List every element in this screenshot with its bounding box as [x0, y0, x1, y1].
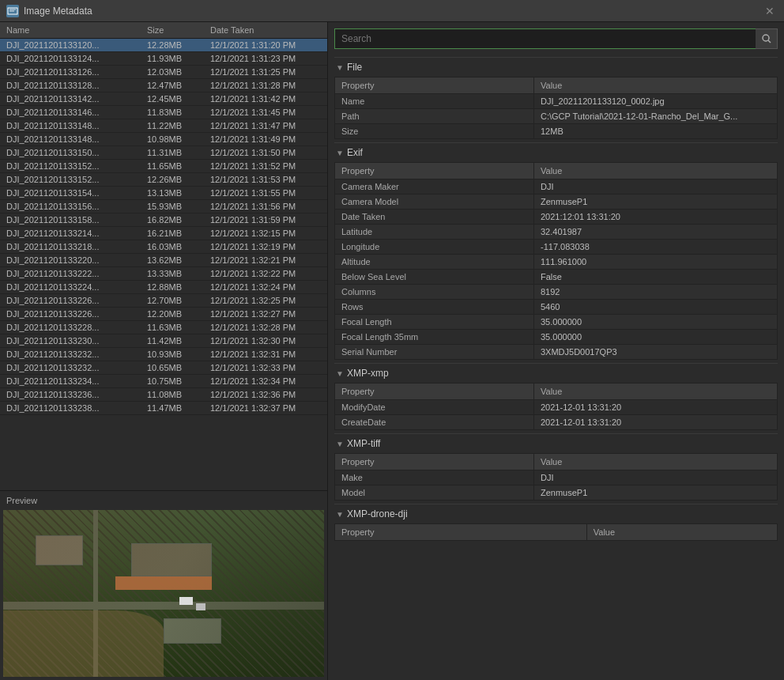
section-header-xmp-drone-dji[interactable]: ▼ XMP-drone-dji [334, 504, 778, 523]
prop-value: 2021:12:01 13:31:20 [534, 210, 778, 225]
file-row[interactable]: DJI_20211201133152... 12.26MB 12/1/2021 … [0, 173, 327, 187]
file-row[interactable]: DJI_20211201133126... 12.03MB 12/1/2021 … [0, 66, 327, 79]
file-row[interactable]: DJI_20211201133148... 11.22MB 12/1/2021 … [0, 119, 327, 133]
file-date: 12/1/2021 1:32:22 PM [210, 269, 321, 278]
file-row[interactable]: DJI_20211201133230... 11.42MB 12/1/2021 … [0, 334, 327, 348]
file-size: 11.65MB [147, 161, 210, 171]
svg-point-4 [763, 35, 769, 41]
right-panel[interactable]: ▼ File Property Value Name DJI_202112011… [328, 22, 784, 680]
file-list-body[interactable]: DJI_20211201133120... 12.28MB 12/1/2021 … [0, 39, 327, 490]
file-size: 16.21MB [147, 229, 210, 238]
file-row[interactable]: DJI_20211201133224... 12.88MB 12/1/2021 … [0, 281, 327, 294]
section-header-xmp-tiff[interactable]: ▼ XMP-tiff [334, 433, 778, 453]
file-row[interactable]: DJI_20211201133226... 12.70MB 12/1/2021 … [0, 294, 327, 308]
table-row: Longitude -117.083038 [335, 240, 778, 255]
file-size: 11.08MB [147, 390, 210, 399]
file-date: 12/1/2021 1:31:56 PM [210, 202, 321, 211]
file-row[interactable]: DJI_20211201133128... 12.47MB 12/1/2021 … [0, 79, 327, 93]
file-size: 13.62MB [147, 255, 210, 265]
section-header-file[interactable]: ▼ File [334, 57, 778, 77]
prop-value: 32.401987 [534, 225, 778, 240]
table-row: Altitude 111.961000 [335, 255, 778, 270]
file-date: 12/1/2021 1:31:59 PM [210, 215, 321, 225]
file-name: DJI_20211201133150... [6, 148, 147, 157]
prop-label: Serial Number [335, 345, 534, 360]
prop-value: 111.961000 [534, 255, 778, 270]
xmpdronedji-col-property: Property [335, 524, 587, 541]
file-row[interactable]: DJI_20211201133156... 15.93MB 12/1/2021 … [0, 200, 327, 213]
file-date: 12/1/2021 1:31:25 PM [210, 67, 321, 77]
file-col-property: Property [335, 77, 534, 94]
main-container: Name Size Date Taken DJI_20211201133120.… [0, 22, 784, 680]
file-size: 16.82MB [147, 215, 210, 225]
table-row: Model ZenmuseP1 [335, 485, 778, 501]
file-row[interactable]: DJI_20211201133238... 11.47MB 12/1/2021 … [0, 402, 327, 415]
col-name[interactable]: Name [6, 25, 147, 35]
file-table: Property Value Name DJI_20211201133120_0… [334, 77, 778, 139]
xmptiff-col-property: Property [335, 454, 534, 470]
file-name: DJI_20211201133230... [6, 336, 147, 346]
file-date: 12/1/2021 1:31:52 PM [210, 161, 321, 171]
file-section-label: File [347, 62, 362, 73]
file-row[interactable]: DJI_20211201133218... 16.03MB 12/1/2021 … [0, 240, 327, 254]
structure-1 [115, 576, 212, 590]
prop-value: 3XMDJ5D0017QP3 [534, 345, 778, 360]
section-header-xmp-xmp[interactable]: ▼ XMP-xmp [334, 363, 778, 383]
file-row[interactable]: DJI_20211201133152... 11.65MB 12/1/2021 … [0, 160, 327, 173]
file-row[interactable]: DJI_20211201133148... 10.98MB 12/1/2021 … [0, 133, 327, 146]
prop-value: -117.083038 [534, 240, 778, 255]
file-row[interactable]: DJI_20211201133214... 16.21MB 12/1/2021 … [0, 227, 327, 240]
file-name: DJI_20211201133234... [6, 376, 147, 386]
file-row[interactable]: DJI_20211201133158... 16.82MB 12/1/2021 … [0, 213, 327, 227]
file-size: 10.65MB [147, 363, 210, 372]
file-section-arrow: ▼ [336, 63, 344, 72]
file-row[interactable]: DJI_20211201133226... 12.20MB 12/1/2021 … [0, 308, 327, 321]
file-row[interactable]: DJI_20211201133120... 12.28MB 12/1/2021 … [0, 39, 327, 52]
search-button[interactable] [756, 28, 778, 49]
exif-section-label: Exif [347, 147, 363, 158]
file-date: 12/1/2021 1:32:15 PM [210, 229, 321, 238]
file-row[interactable]: DJI_20211201133228... 11.63MB 12/1/2021 … [0, 321, 327, 334]
close-button[interactable]: ✕ [762, 5, 778, 17]
file-row[interactable]: DJI_20211201133220... 13.62MB 12/1/2021 … [0, 254, 327, 267]
table-row: Size 12MB [335, 124, 778, 139]
prop-value: 12MB [534, 124, 778, 139]
file-row[interactable]: DJI_20211201133236... 11.08MB 12/1/2021 … [0, 388, 327, 402]
file-row[interactable]: DJI_20211201133154... 13.13MB 12/1/2021 … [0, 187, 327, 200]
file-name: DJI_20211201133158... [6, 215, 147, 225]
left-panel: Name Size Date Taken DJI_20211201133120.… [0, 22, 328, 680]
prop-label: Name [335, 94, 534, 109]
file-row[interactable]: DJI_20211201133124... 11.93MB 12/1/2021 … [0, 52, 327, 66]
file-name: DJI_20211201133148... [6, 134, 147, 144]
file-date: 12/1/2021 1:32:27 PM [210, 309, 321, 319]
section-header-exif[interactable]: ▼ Exif [334, 142, 778, 162]
file-name: DJI_20211201133236... [6, 390, 147, 399]
file-date: 12/1/2021 1:32:37 PM [210, 403, 321, 413]
file-row[interactable]: DJI_20211201133234... 10.75MB 12/1/2021 … [0, 375, 327, 388]
prop-label: Rows [335, 300, 534, 315]
xmpxmp-col-property: Property [335, 383, 534, 400]
prop-label: Focal Length 35mm [335, 330, 534, 345]
file-name: DJI_20211201133232... [6, 349, 147, 359]
file-col-value: Value [534, 77, 778, 94]
file-date: 12/1/2021 1:31:23 PM [210, 54, 321, 63]
table-row: Camera Maker DJI [335, 179, 778, 195]
file-row[interactable]: DJI_20211201133232... 10.93MB 12/1/2021 … [0, 348, 327, 361]
col-date[interactable]: Date Taken [210, 25, 321, 35]
table-row: Focal Length 35mm 35.000000 [335, 330, 778, 345]
table-row: Serial Number 3XMDJ5D0017QP3 [335, 345, 778, 360]
prop-label: Latitude [335, 225, 534, 240]
prop-label: Columns [335, 285, 534, 300]
col-size[interactable]: Size [147, 25, 210, 35]
file-row[interactable]: DJI_20211201133146... 11.83MB 12/1/2021 … [0, 106, 327, 119]
search-input[interactable] [334, 28, 778, 49]
file-size: 11.93MB [147, 54, 210, 63]
file-date: 12/1/2021 1:32:31 PM [210, 349, 321, 359]
vehicle-1 [179, 597, 192, 606]
file-row[interactable]: DJI_20211201133232... 10.65MB 12/1/2021 … [0, 361, 327, 375]
prop-label: Camera Maker [335, 179, 534, 195]
file-row[interactable]: DJI_20211201133222... 13.33MB 12/1/2021 … [0, 267, 327, 281]
file-date: 12/1/2021 1:32:21 PM [210, 255, 321, 265]
file-row[interactable]: DJI_20211201133142... 12.45MB 12/1/2021 … [0, 93, 327, 106]
file-row[interactable]: DJI_20211201133150... 11.31MB 12/1/2021 … [0, 146, 327, 160]
